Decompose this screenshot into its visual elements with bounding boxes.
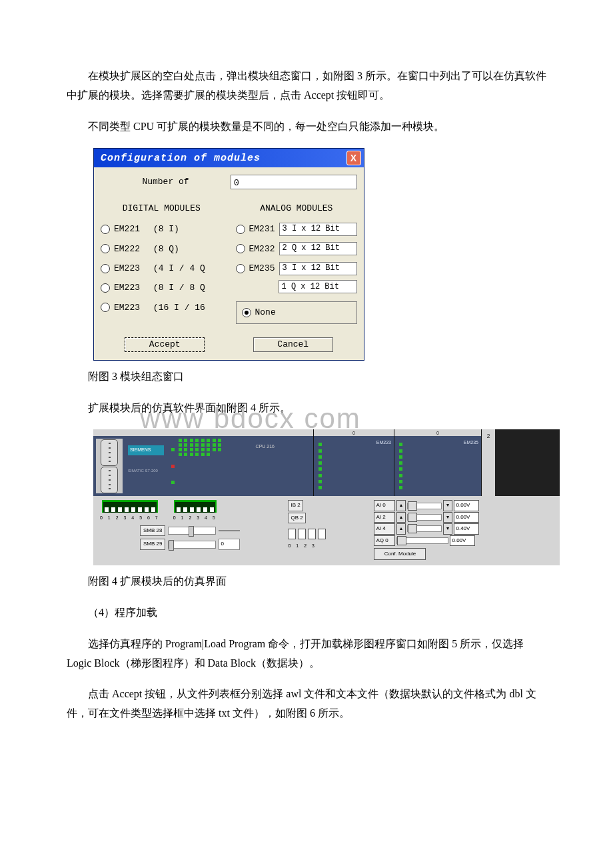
smb28-slider[interactable] bbox=[168, 527, 216, 535]
close-icon[interactable]: X bbox=[346, 151, 361, 165]
opt-em231-name: EM231 bbox=[249, 221, 275, 237]
dialog-title: Configuration of modules bbox=[101, 149, 261, 167]
para-3: 扩展模块后的仿真软件界面如附图 4 所示。 bbox=[67, 399, 546, 418]
para-2: 不同类型 CPU 可扩展的模块数量是不同的，每一处空白只能添加一种模块。 bbox=[67, 117, 546, 137]
aq0-bar bbox=[396, 537, 448, 544]
number-of-field[interactable]: 0 bbox=[231, 175, 357, 189]
conf-module-button[interactable]: Conf. Module bbox=[374, 548, 426, 560]
para-5: 选择仿真程序的 Program|Load Program 命令，打开加载梯形图程… bbox=[67, 635, 546, 673]
ai4-dn[interactable]: ▾ bbox=[443, 523, 452, 534]
port-icon bbox=[96, 439, 123, 493]
opt-none-label: None bbox=[255, 305, 276, 320]
ext2-label: EM235 bbox=[464, 439, 478, 493]
slot-0-header: 0 bbox=[314, 429, 394, 436]
opt-em235-desc: 3 I x 12 Bit bbox=[279, 262, 357, 275]
opt-em223c-name: EM223 bbox=[114, 300, 140, 315]
ai2-up[interactable]: ▴ bbox=[396, 512, 406, 523]
family-label: SIMATIC S7-200 bbox=[128, 467, 164, 475]
radio-em223-16[interactable] bbox=[101, 303, 110, 312]
smb28-value bbox=[219, 530, 240, 531]
ai4-slider[interactable] bbox=[407, 525, 442, 532]
config-modules-dialog: Configuration of modules X Number of 0 D… bbox=[93, 148, 364, 360]
aq0-val: 0.00V bbox=[450, 535, 475, 546]
caption-4: 附图 4 扩展模块后的仿真界面 bbox=[67, 572, 546, 591]
opt-em222-desc: (8 Q) bbox=[153, 241, 179, 257]
ai4-up[interactable]: ▴ bbox=[396, 523, 406, 534]
opt-em235-name: EM235 bbox=[249, 261, 275, 276]
opt-em232-name: EM232 bbox=[249, 241, 275, 257]
ai2-dn[interactable]: ▾ bbox=[443, 512, 452, 523]
cancel-button[interactable]: Cancel bbox=[253, 337, 333, 352]
opt-em223c-desc: (16 I / 16 bbox=[153, 300, 205, 315]
opt-em221-name: EM221 bbox=[114, 221, 140, 237]
ai0-val: 0.00V bbox=[454, 500, 479, 511]
radio-em231[interactable] bbox=[236, 225, 245, 234]
opt-em232-desc: 2 Q x 12 Bit bbox=[279, 242, 357, 255]
radio-em222[interactable] bbox=[101, 244, 110, 253]
radio-em235[interactable] bbox=[236, 264, 245, 273]
radio-em232[interactable] bbox=[236, 244, 245, 253]
para-1: 在模块扩展区的空白处点击，弹出模块组态窗口，如附图 3 所示。在窗口中列出了可以… bbox=[67, 67, 546, 105]
accept-button[interactable]: Accept bbox=[125, 337, 205, 352]
ai0-dn[interactable]: ▾ bbox=[443, 500, 452, 511]
smb29-slider[interactable] bbox=[168, 541, 216, 549]
dip8-labels: 0 1 2 3 4 5 6 7 bbox=[100, 514, 160, 523]
opt-em223a-desc: (4 I / 4 Q bbox=[153, 261, 205, 276]
simulator-screenshot: SIEMENS SIMATIC S7-200 CPU 216 0 bbox=[93, 429, 560, 565]
brand-label: SIEMENS bbox=[128, 445, 164, 455]
slot-1-header: 0 bbox=[394, 429, 481, 436]
ai4-key: AI 4 bbox=[374, 523, 395, 534]
opt-em222-name: EM222 bbox=[114, 241, 140, 257]
opt-em223a-name: EM223 bbox=[114, 261, 140, 276]
ai4-val: 0.40V bbox=[454, 523, 479, 534]
radio-em221[interactable] bbox=[101, 225, 110, 234]
smb29-value: 0 bbox=[219, 539, 240, 549]
para-4: （4）程序加载 bbox=[67, 603, 546, 623]
status-leds bbox=[169, 439, 176, 493]
dip-switch-8[interactable] bbox=[102, 500, 158, 513]
ai2-slider[interactable] bbox=[407, 514, 442, 521]
opt-extra-desc: 1 Q x 12 Bit bbox=[279, 280, 358, 293]
opt-em221-desc: (8 I) bbox=[153, 221, 179, 237]
ai0-up[interactable]: ▴ bbox=[396, 500, 406, 511]
ai0-slider[interactable] bbox=[407, 503, 442, 509]
aq0-key: AQ 0 bbox=[374, 535, 395, 546]
smb29-tag: SMB 29 bbox=[140, 539, 165, 549]
para-6: 点击 Accept 按钮，从文件列表框分别选择 awl 文件和文本文件（数据块默… bbox=[67, 685, 546, 723]
io-switches[interactable] bbox=[288, 529, 326, 539]
opt-em231-desc: 3 I x 12 Bit bbox=[279, 223, 357, 236]
dialog-titlebar: Configuration of modules X bbox=[94, 149, 364, 167]
radio-em223-8[interactable] bbox=[101, 283, 110, 293]
smb28-tag: SMB 28 bbox=[140, 525, 165, 536]
ai2-key: AI 2 bbox=[374, 512, 395, 523]
opt-em223b-desc: (8 I / 8 Q bbox=[153, 280, 205, 295]
opt-em223b-name: EM223 bbox=[114, 280, 140, 295]
ib2-label: IB 2 bbox=[288, 500, 303, 511]
radio-none[interactable] bbox=[242, 308, 251, 317]
dip6-labels: 0 1 2 3 4 5 bbox=[173, 514, 217, 523]
number-of-label: Number of bbox=[101, 174, 231, 189]
radio-em223-4[interactable] bbox=[101, 264, 110, 273]
caption-3: 附图 3 模块组态窗口 bbox=[67, 367, 546, 387]
analog-modules-header: ANALOG MODULES bbox=[236, 201, 358, 216]
dip-switch-6[interactable] bbox=[174, 500, 217, 513]
slot-2-label: 2 bbox=[482, 429, 495, 496]
sw-labels: 0 1 2 3 bbox=[288, 542, 326, 551]
cpu-label: CPU 216 bbox=[224, 439, 279, 493]
ai0-key: AI 0 bbox=[374, 500, 395, 511]
qb2-label: QB 2 bbox=[288, 513, 305, 523]
ext1-label: EM223 bbox=[376, 439, 391, 493]
digital-modules-header: DIGITAL MODULES bbox=[101, 201, 223, 216]
ai2-val: 0.00V bbox=[454, 512, 479, 523]
